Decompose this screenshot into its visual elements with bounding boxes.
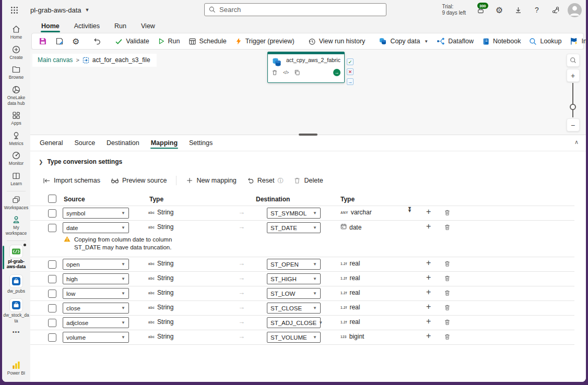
pipeline-title-menu[interactable]: pl-grab-aws-data ▼ xyxy=(30,6,89,14)
panel-tab-settings[interactable]: Settings xyxy=(183,137,218,151)
downloads-button[interactable] xyxy=(510,2,526,18)
sidebar-item-warehouse-dw-pubs[interactable]: dw_pubs xyxy=(2,272,30,297)
delete-mapping-row-button[interactable] xyxy=(444,223,451,233)
on-completion-connector[interactable]: → xyxy=(347,78,354,85)
row-checkbox[interactable] xyxy=(48,260,56,269)
source-column-dropdown[interactable]: open▼ xyxy=(63,259,129,270)
delete-mapping-row-button[interactable] xyxy=(444,260,451,269)
destination-column-dropdown[interactable]: ST_OPEN▼ xyxy=(267,259,321,270)
type-conversion-settings-toggle[interactable]: ❯ Type conversion settings xyxy=(30,151,586,165)
sidebar-item-pipeline-pl-grab-aws-data[interactable]: pl-grab-aws-data xyxy=(2,243,30,272)
destination-column-dropdown[interactable]: ST_LOW▼ xyxy=(267,288,321,299)
sidebar-item-metrics[interactable]: Metrics xyxy=(2,129,30,149)
source-column-dropdown[interactable]: volume▼ xyxy=(63,332,129,343)
tab-home[interactable]: Home xyxy=(34,21,66,32)
destination-column-dropdown[interactable]: ST_VOLUME▼ xyxy=(267,332,321,343)
tab-activities[interactable]: Activities xyxy=(67,21,107,32)
source-column-dropdown[interactable]: date▼ xyxy=(63,222,129,233)
row-checkbox[interactable] xyxy=(48,209,56,218)
delete-mapping-row-button[interactable] xyxy=(444,333,451,342)
zoom-slider[interactable] xyxy=(572,83,573,117)
add-mapping-row-icon[interactable]: + xyxy=(426,331,431,341)
search-input[interactable]: Search xyxy=(204,3,386,16)
row-checkbox[interactable] xyxy=(48,290,56,298)
panel-tab-source[interactable]: Source xyxy=(68,137,101,151)
save-as-button[interactable] xyxy=(52,35,67,47)
delete-mapping-row-button[interactable] xyxy=(444,209,451,218)
save-button[interactable] xyxy=(35,35,51,47)
help-button[interactable]: ? xyxy=(528,2,545,18)
add-mapping-row-icon[interactable]: + xyxy=(426,207,431,216)
add-mapping-row-icon[interactable]: + xyxy=(426,222,431,231)
row-checkbox[interactable] xyxy=(48,333,56,342)
destination-column-dropdown[interactable]: ST_ADJ_CLOSE▼ xyxy=(267,317,321,328)
undo-button[interactable] xyxy=(89,35,105,47)
copy-data-button[interactable]: Copy data ▼ xyxy=(375,35,432,47)
row-checkbox[interactable] xyxy=(48,224,56,232)
activity-card-copy-data[interactable]: act_cpy_aws_2_fabric </> → ✓ ✕ → xyxy=(267,52,345,83)
source-column-dropdown[interactable]: adjclose▼ xyxy=(63,317,129,328)
double-chevron-down-icon[interactable]: ▼▼ xyxy=(407,207,412,212)
activity-navigate-icon[interactable]: → xyxy=(333,69,340,76)
collapse-panel-icon[interactable]: ∧ xyxy=(574,139,579,146)
breadcrumb-main-canvas-link[interactable]: Main canvas xyxy=(38,56,73,64)
validate-button[interactable]: Validate xyxy=(111,35,152,47)
tab-view[interactable]: View xyxy=(134,21,162,32)
sidebar-item-my-workspace[interactable]: My workspace xyxy=(2,213,30,238)
trial-capacity-button[interactable]: 300 xyxy=(472,2,489,18)
destination-column-dropdown[interactable]: ST_DATE▼ xyxy=(267,222,321,233)
feedback-button[interactable] xyxy=(547,2,564,18)
account-button[interactable] xyxy=(566,2,583,18)
panel-tab-general[interactable]: General xyxy=(34,137,68,151)
add-mapping-row-icon[interactable]: + xyxy=(426,258,431,268)
trigger-preview-button[interactable]: Trigger (preview) xyxy=(231,35,298,47)
destination-column-dropdown[interactable]: ST_SYMBOL▼ xyxy=(267,208,321,219)
zoom-in-button[interactable]: + xyxy=(567,69,580,82)
preview-source-button[interactable]: Preview source xyxy=(107,174,171,187)
delete-mapping-row-button[interactable] xyxy=(444,304,451,313)
sidebar-item-learn[interactable]: Learn xyxy=(2,169,30,189)
delete-mapping-row-button[interactable] xyxy=(444,274,451,284)
dataflow-button[interactable]: Dataflow xyxy=(433,35,477,47)
lookup-button[interactable]: Lookup xyxy=(525,35,565,47)
delete-mapping-row-button[interactable] xyxy=(444,289,451,298)
sidebar-item-apps[interactable]: Apps xyxy=(2,109,30,129)
sidebar-item-workspaces[interactable]: Workspaces xyxy=(2,193,30,213)
new-mapping-button[interactable]: New mapping xyxy=(182,175,240,186)
source-column-dropdown[interactable]: close▼ xyxy=(63,303,129,314)
duplicate-icon[interactable] xyxy=(294,69,300,76)
destination-column-dropdown[interactable]: ST_HIGH▼ xyxy=(267,273,321,284)
destination-column-dropdown[interactable]: ST_CLOSE▼ xyxy=(267,303,321,314)
schedule-button[interactable]: Schedule xyxy=(185,35,230,47)
code-view-icon[interactable]: </> xyxy=(283,70,289,75)
sidebar-item-home[interactable]: Home xyxy=(2,22,30,43)
pipeline-settings-button[interactable]: ⚙ xyxy=(68,34,83,49)
select-all-checkbox[interactable] xyxy=(48,195,56,203)
source-column-dropdown[interactable]: low▼ xyxy=(63,288,129,299)
delete-button[interactable]: Delete xyxy=(289,175,327,186)
view-run-history-button[interactable]: View run history xyxy=(304,35,369,47)
sidebar-item-warehouse-dw-stock-data[interactable]: dw_stock_data xyxy=(2,296,30,326)
add-mapping-row-icon[interactable]: + xyxy=(426,302,431,311)
row-checkbox[interactable] xyxy=(48,319,56,327)
pipeline-canvas[interactable]: Main canvas > act_for_each_s3_file act_c… xyxy=(30,50,586,135)
run-button[interactable]: Run xyxy=(154,35,184,47)
sidebar-item-browse[interactable]: Browse xyxy=(2,63,30,83)
invoke-pipeline-button[interactable]: Invoke Pipeline xyxy=(566,35,586,47)
zoom-to-fit-button[interactable] xyxy=(567,54,580,67)
notebook-button[interactable]: Notebook xyxy=(478,35,525,47)
settings-button[interactable]: ⚙ xyxy=(491,2,508,18)
source-column-dropdown[interactable]: symbol▼ xyxy=(63,208,129,219)
row-checkbox[interactable] xyxy=(48,304,56,312)
sidebar-item-create[interactable]: Create xyxy=(2,43,30,63)
app-launcher-icon[interactable] xyxy=(5,1,23,19)
zoom-slider-handle[interactable] xyxy=(570,104,576,110)
sidebar-item-onelake-data-hub[interactable]: OneLake data hub xyxy=(2,83,30,109)
add-mapping-row-icon[interactable]: + xyxy=(426,287,431,297)
panel-tab-destination[interactable]: Destination xyxy=(101,137,145,151)
add-mapping-row-icon[interactable]: + xyxy=(426,273,431,282)
zoom-out-button[interactable]: − xyxy=(567,118,580,131)
delete-activity-icon[interactable] xyxy=(272,69,278,76)
panel-tab-mapping[interactable]: Mapping xyxy=(145,137,183,151)
import-schemas-button[interactable]: Import schemas xyxy=(39,175,104,187)
